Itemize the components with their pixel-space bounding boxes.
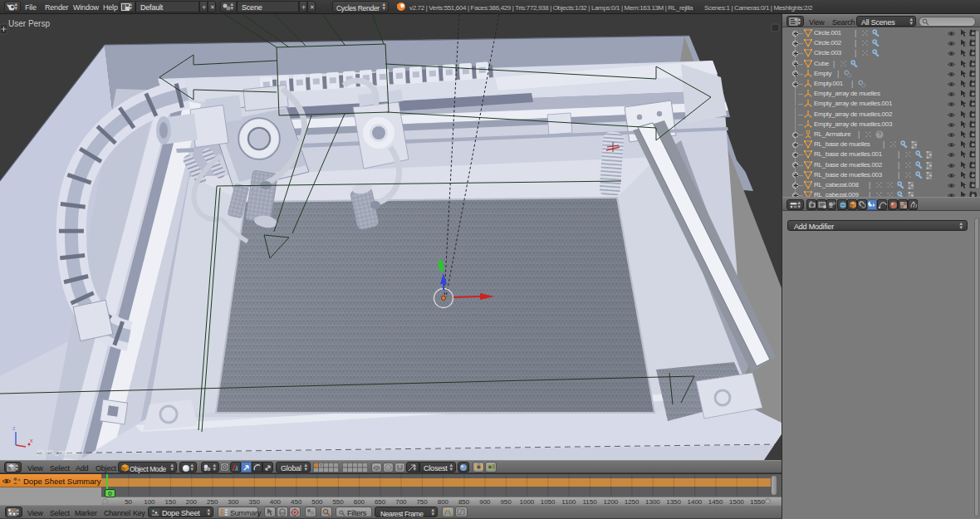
svg-text:User Persp: User Persp: [8, 19, 50, 28]
svg-text:x: x: [30, 438, 33, 443]
svg-text:z: z: [12, 425, 16, 431]
svg-text:(0) RL_rejilla: (0) RL_rejilla: [37, 448, 75, 456]
